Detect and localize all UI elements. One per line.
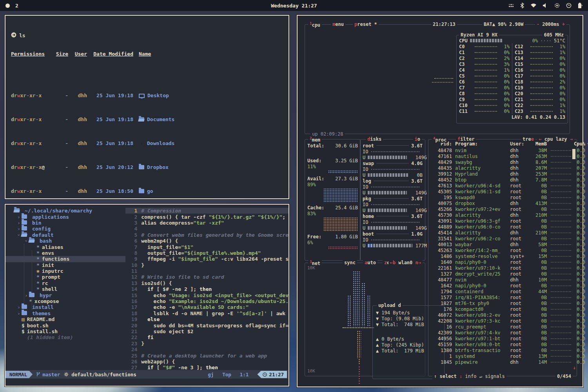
chevron-icon[interactable]: › — [16, 214, 22, 220]
tree-item[interactable]: › themes — [5, 310, 125, 316]
tree-item-label: bin — [32, 220, 41, 226]
proc-header-mem[interactable]: MemB — [530, 141, 547, 147]
process-row[interactable]: 1642 napi/phy0-0 root 0B 0.0 — [430, 283, 575, 289]
wifi-icon[interactable] — [530, 3, 537, 8]
terminal-window[interactable]: ls Permissions Size User Date Modified N… — [5, 15, 289, 199]
line-number: 6 — [125, 238, 141, 244]
tree-item-label: bash — [40, 238, 52, 244]
info-action[interactable]: info — [465, 374, 477, 379]
screen-record-icon[interactable] — [554, 3, 560, 8]
process-row[interactable]: 46072 kworker/u98:2-ev root 0B 0.0 — [430, 312, 575, 318]
process-row[interactable]: 48478 nvim dhh 38M 0.0 — [430, 147, 575, 153]
select-action[interactable]: select — [439, 374, 456, 379]
tree-item[interactable]: * shell — [5, 286, 125, 292]
process-row[interactable]: 48477 nvim dhh 10M 0.0 — [430, 277, 575, 283]
process-row[interactable]: 48452 btop dhh 7.8M 0.0 — [430, 177, 575, 183]
process-row[interactable]: 45305 kworker/u96:1-sd root 0B 0.0 — [430, 189, 575, 194]
proc-footer-keys: ↑ select ↓ info ↵ signals — [432, 374, 506, 379]
process-row[interactable]: 45266 kworker/u97:2+ev root 0B 0.0 — [430, 206, 575, 212]
tree-item[interactable]: ✱ inputrc — [5, 268, 125, 274]
process-row[interactable]: 42208 kworker/u97:3-kc root 0B 0.0 — [430, 318, 575, 324]
process-row[interactable]: 1845 pipewire dhh 14M 0.0 — [430, 359, 575, 365]
process-row[interactable]: 44956 kworker/u97:1-bt root 0B 0.0 — [430, 336, 575, 341]
tree-item[interactable]: * prompt — [5, 274, 125, 280]
scroll-down-icon[interactable]: ↓ — [573, 365, 576, 370]
process-row[interactable]: 176 kcompactd0 root 0B 0.0 — [430, 306, 575, 312]
tree-item-label: hypr — [40, 292, 52, 298]
btop-window[interactable]: 1cpu menu preset * 21:27:13 BAT▲ 98% 2.9… — [297, 15, 583, 387]
update-interval[interactable]: - 2000ms + — [535, 22, 566, 27]
process-row[interactable]: 1327 dmcrypt_write/25 root 0B 0.0 — [430, 271, 575, 277]
tree-item[interactable]: (1 hidden item) — [5, 334, 125, 340]
system-monitor-icon[interactable] — [566, 3, 572, 8]
process-row[interactable]: 45159 kworker/u98:0-bt root 0B 0.0 — [430, 341, 575, 347]
process-row[interactable]: 39912 Hyprland dhh 253M 0.0 — [430, 171, 575, 177]
proc-filter-button[interactable]: filter — [456, 136, 476, 142]
process-row[interactable]: 40013 waybar dhh 58M 0.0 — [430, 241, 575, 247]
proc-panel-title[interactable]: 4proc — [432, 136, 448, 143]
proc-header-cpu[interactable]: Cpu% — [573, 141, 585, 147]
proc-header-user[interactable]: User: — [510, 141, 530, 147]
bluetooth-icon[interactable] — [520, 3, 524, 8]
process-row[interactable]: 45730 alacritty dhh 210M 0.0 — [430, 212, 575, 218]
proc-header-program[interactable]: Program: — [455, 141, 510, 147]
process-row[interactable]: 40075 dropbox dhh 413M 0.0 — [430, 200, 575, 206]
process-row[interactable]: 47161 nautilus dhh 263M 0.0 — [430, 153, 575, 159]
process-row[interactable]: 1 systemd root 13M 0.0 — [430, 353, 575, 359]
code-editor[interactable]: 1 # Compression 2 compress() { tar -czf … — [125, 205, 289, 370]
process-row[interactable]: 44889 kworker/u96:0-co root 0B 0.0 — [430, 224, 575, 230]
signals-action[interactable]: signals — [485, 374, 505, 379]
clock[interactable]: Wednesday 21:27 — [0, 3, 588, 9]
tree-item[interactable]: * aliases — [5, 244, 125, 250]
chevron-icon[interactable]: › — [16, 310, 22, 316]
process-row[interactable]: 31541 kworker/u96:2-co root 0B 0.0 — [430, 236, 575, 241]
proc-sort-selector[interactable]: ← cpu lazy → — [537, 136, 574, 142]
chevron-icon[interactable]: › — [24, 292, 29, 298]
tree-item[interactable]: ▤ README.md — [5, 316, 125, 322]
proc-tree-toggle[interactable]: tree — [521, 136, 535, 142]
tree-item[interactable]: $ install.sh — [5, 328, 125, 334]
cpu-panel-title[interactable]: 1cpu — [308, 22, 322, 28]
tree-item[interactable]: › default — [5, 232, 125, 238]
process-row[interactable]: 48429 swaybg dhh 8.6M 0.0 — [430, 159, 575, 165]
disks-panel-title[interactable]: disks — [366, 136, 383, 142]
tailscale-icon[interactable] — [508, 3, 514, 8]
command-line[interactable] — [5, 379, 289, 386]
chevron-icon[interactable]: › — [16, 220, 22, 226]
process-row[interactable]: 48435 alacritty dhh 207M 0.0 — [430, 165, 575, 171]
process-row[interactable]: 22161 kworker/u97:10-k root 0B 0.0 — [430, 265, 575, 271]
tree-item[interactable]: › bash — [5, 238, 125, 244]
proc-scrollbar-thumb[interactable] — [572, 149, 575, 159]
process-row[interactable]: 1827 mt76-tx phy0 root 0B 0.0 — [430, 300, 575, 306]
process-row[interactable]: 47613 kworker/u96:4-sd root 0B 0.0 — [430, 183, 575, 189]
neovim-window[interactable]: ~/.local/share/omarchy › applications › — [5, 204, 289, 387]
git-branch[interactable]: master — [36, 372, 60, 377]
process-row[interactable]: 1794 containerd root 44M 0.0 — [430, 289, 575, 294]
tree-item[interactable]: $ boot.sh — [5, 322, 125, 328]
disks-io-toggle[interactable]: io — [413, 136, 422, 142]
preset-button[interactable]: preset * — [353, 22, 379, 27]
volume-icon[interactable] — [543, 3, 548, 8]
tree-item[interactable]: › hypr — [5, 292, 125, 298]
process-row[interactable]: 1486 systemd-resolve syst+ 15M 0.0 — [430, 253, 575, 259]
process-row[interactable]: 1577 irq/81-PIXA3854: root 0B 0.0 — [430, 294, 575, 300]
process-row[interactable]: 43091 kworker/u96:3-gf root 0B 0.0 — [430, 218, 575, 224]
chevron-icon[interactable]: › — [16, 304, 22, 310]
file-tree-panel[interactable]: ~/.local/share/omarchy › applications › — [5, 205, 125, 370]
process-row[interactable]: 16 rcu_preempt root 0B 0.0 — [430, 324, 575, 330]
process-row[interactable]: 45414 alacritty dhh 210M 0.0 — [430, 230, 575, 236]
battery-icon[interactable] — [578, 3, 583, 9]
tree-item[interactable]: * functions — [5, 256, 125, 262]
process-row[interactable]: 1380 btrfs-transactio root 0B 0.0 — [430, 347, 575, 353]
process-count: 0/454 — [555, 374, 573, 379]
process-row[interactable]: 1640 napi/phy0-0 root 0B 0.0 — [430, 259, 575, 265]
tree-item[interactable]: * init — [5, 262, 125, 268]
tree-item[interactable]: * envs — [5, 250, 125, 256]
menu-button[interactable]: menu — [331, 22, 345, 27]
tree-item[interactable]: * rc — [5, 280, 125, 286]
process-row[interactable]: 195 kswapd0 root 0B 0.0 — [430, 194, 575, 200]
process-row[interactable]: 42309 kworker/u97:4-kv root 0B 0.0 — [430, 330, 575, 336]
process-row[interactable]: 45263 kworker/14:2-mm_ root 0B 0.0 — [430, 247, 575, 253]
chevron-icon[interactable]: › — [16, 226, 22, 232]
mem-panel-title[interactable]: 2mem — [308, 136, 322, 143]
